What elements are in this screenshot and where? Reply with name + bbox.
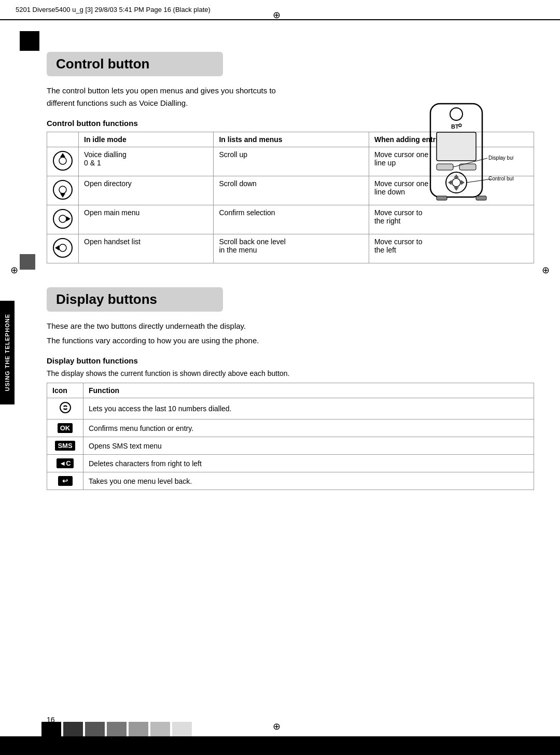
header-text: 5201 Diverse5400 u_g [3] 29/8/03 5:41 PM… [16,6,211,13]
col-header-icon [47,132,79,147]
display-function-delete: Deletes characters from right to left [83,455,534,472]
control-button-title: Control button [56,56,214,72]
reg-mark-bottom: ⊕ [273,721,281,732]
svg-rect-4 [437,132,476,161]
main-content: Control button BT ✿ [47,26,534,703]
control-button-intro: The control button lets you open menus a… [47,85,306,109]
svg-rect-5 [437,164,453,170]
display-buttons-label: Display buttons [488,155,513,161]
delete-icon: ◄C [57,458,73,468]
display-buttons-title: Display buttons [56,291,214,307]
display-function-ok: Confirms menu function or entry. [83,420,534,437]
nav-icon-left [47,234,79,263]
table-row: Open handset list Scroll back one leveli… [47,234,534,263]
svg-marker-28 [55,245,59,250]
reg-mark-left: ⊕ [10,264,18,276]
svg-marker-10 [454,187,459,191]
idle-mode-1: Voice dialling0 & 1 [79,147,214,176]
table-row: ◄C Deletes characters from right to left [47,455,534,472]
idle-mode-3: Open main menu [79,205,214,234]
color-square-dark [63,722,83,736]
lists-1: Scroll up [214,147,369,176]
lists-2: Scroll down [214,176,369,205]
control-button-label: Control button [488,176,513,181]
display-buttons-section: Display buttons These are the two button… [47,279,534,490]
header-bar: 5201 Diverse5400 u_g [3] 29/8/03 5:41 PM… [0,0,560,20]
table-row: SMS Opens SMS text menu [47,437,534,455]
black-square-mid [20,254,35,270]
bottom-bar [0,736,560,755]
sms-icon: SMS [55,441,75,451]
idle-mode-4: Open handset list [79,234,214,263]
svg-point-1 [450,108,463,120]
display-buttons-header: Display buttons [47,287,223,312]
lists-4: Scroll back one levelin the menu [214,234,369,263]
svg-rect-13 [437,196,447,200]
control-button-section: Control button BT ✿ [47,52,534,263]
svg-point-27 [59,244,66,251]
side-tab-label: USING THE TELEPHONE [4,314,10,391]
side-tab: USING THE TELEPHONE [0,301,15,404]
svg-marker-22 [60,193,65,198]
display-function-back: Takes you one menu level back. [83,472,534,490]
ok-icon: OK [58,423,73,433]
back-icon: ↩ [58,476,73,486]
color-square-gray5 [172,722,192,736]
reg-mark-right: ⊕ [542,264,550,276]
display-icon-sms: SMS [47,437,83,455]
display-intro-2: The functions vary according to how you … [47,334,337,347]
col-header-idle: In idle mode [79,132,214,147]
svg-marker-25 [66,216,71,221]
svg-text:✿: ✿ [458,122,462,128]
phone-diagram: BT ✿ Display [399,99,534,233]
svg-rect-14 [476,196,486,200]
display-buttons-table: Icon Function Lets you access the last 1… [47,383,534,490]
display-function-sms: Opens SMS text menu [83,437,534,455]
display-function-redial: Lets you access the last 10 numbers dial… [83,398,534,420]
display-icon-redial [47,398,83,420]
svg-marker-11 [461,180,465,185]
lists-3: Confirm selection [214,205,369,234]
display-intro-1: These are the two buttons directly under… [47,320,337,332]
idle-mode-2: Open directory [79,176,214,205]
svg-marker-12 [448,180,452,185]
top-separator [0,20,560,20]
black-square-top [20,31,39,51]
bottom-squares [41,722,192,736]
svg-marker-9 [454,174,459,178]
svg-marker-19 [60,153,65,157]
display-col-icon: Icon [47,383,83,398]
table-row: OK Confirms menu function or entry. [47,420,534,437]
table-row: Lets you access the last 10 numbers dial… [47,398,534,420]
color-square-gray4 [150,722,170,736]
display-icon-delete: ◄C [47,455,83,472]
display-icon-ok: OK [47,420,83,437]
color-square-gray3 [129,722,148,736]
color-square-gray1 [85,722,105,736]
display-icon-back: ↩ [47,472,83,490]
table-row: ↩ Takes you one menu level back. [47,472,534,490]
svg-point-18 [59,157,66,164]
svg-point-24 [59,215,66,222]
display-functions-heading: Display button functions [47,356,534,365]
display-col-function: Function [83,383,534,398]
col-header-lists: In lists and menus [214,132,369,147]
svg-point-29 [60,402,71,413]
phone-svg: BT ✿ Display [399,99,513,223]
color-square-black [41,722,61,736]
svg-point-8 [452,178,460,187]
svg-line-16 [467,179,492,183]
nav-icon-right [47,205,79,234]
display-description: The display shows the current function i… [47,369,534,378]
nav-icon-down [47,176,79,205]
control-button-header: Control button [47,52,223,76]
adding-4: Move cursor tothe left [369,234,534,263]
nav-icon-up [47,147,79,176]
svg-point-21 [59,186,66,193]
color-square-gray2 [107,722,127,736]
